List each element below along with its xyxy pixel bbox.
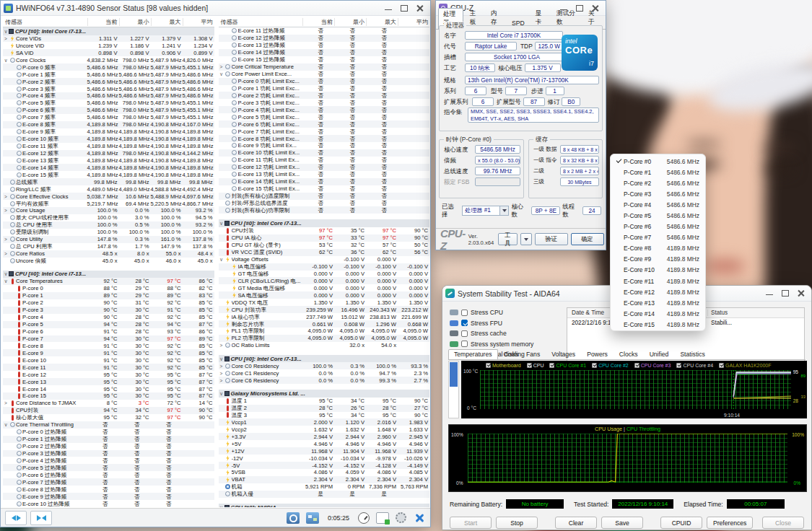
stress-option[interactable]: Stress CPU [450, 307, 567, 318]
sensor-row[interactable]: E-core 14 过热降频否否否 [219, 49, 430, 56]
expander-icon[interactable]: > [219, 63, 224, 70]
column-header[interactable]: 最大 [366, 18, 398, 26]
sensor-row[interactable]: P-core 390 °C30 °C91 °C85 °C [3, 307, 214, 314]
sensor-row[interactable]: E-core 8 频率4,189.8 MHz798.0 MHz4,190.8 M… [3, 121, 214, 128]
sensor-row[interactable]: >Core Usage100.0 %0.0 %100.0 %93.2 % [3, 207, 214, 214]
sensor-row[interactable]: >Core Utility147.8 %0.3 %161.0 %137.8 % [3, 236, 214, 243]
sensor-row[interactable]: GT 电压偏移0.000 V0.000 V0.000 V0.000 V [219, 271, 430, 278]
core-menu-item[interactable]: E-Core #114189.8 MHz [611, 276, 705, 286]
sensor-row[interactable]: E-core 9 频率4,189.8 MHz4,189.8 MHz4,190.8… [3, 128, 214, 136]
chart-scrollbar[interactable] [448, 361, 459, 418]
expander-icon[interactable]: > [219, 363, 224, 369]
sensor-row[interactable]: SA VID0.898 V0.898 V0.906 V0.899 V [3, 49, 214, 56]
sensor-row[interactable]: 平均有效频率5,219.7 MHz69.4 MHz5,220.5 MHz4,86… [3, 200, 214, 207]
sensor-pane-left[interactable]: 传感器当前最小最大平均vCPU [#0]: Intel Core i7-13..… [3, 17, 214, 507]
sensor-row[interactable]: +12V11.968 V11.904 V11.968 V11.939 V [219, 447, 430, 455]
sensor-row[interactable]: P-core 3 频率5,486.6 MHz5,486.6 MHz5,487.9… [3, 85, 214, 92]
sensor-scan-icon[interactable] [287, 512, 300, 524]
sensor-row[interactable]: 5VSB4.086 V4.059 V4.086 V4.085 V [219, 469, 430, 476]
sensor-row[interactable]: P-core 6 过热降频否否否 [3, 471, 214, 478]
ok-button[interactable]: 确定 [571, 233, 604, 245]
column-header[interactable]: 平均 [398, 18, 429, 26]
sensor-row[interactable]: vCore Power Limit Exce...否否否 [219, 71, 430, 78]
sensor-row[interactable]: GT Media 电压偏移0.000 V0.000 V0.000 V0.000 … [219, 284, 430, 291]
core-select-dropdown[interactable]: P-Core #05486.6 MHzP-Core #15486.6 MHzP-… [610, 154, 706, 331]
column-header[interactable]: 平均 [183, 18, 214, 26]
sensor-row[interactable]: E-core 11 功耗 Limit Ex...否否否 [219, 157, 430, 164]
sensor-row[interactable]: P-core 4 过热降频否否否 [3, 457, 214, 464]
sensor-row[interactable]: P-core 1 功耗 Limit Exc...否否否 [219, 85, 430, 92]
sensor-row[interactable]: vCore Temperatures92 °C28 °C97 °C86 °C [3, 278, 214, 285]
sensor-row[interactable]: Vccp12.000 V1.120 V2.016 V1.983 V [219, 418, 430, 426]
sensor-row[interactable]: P-core 1 频率5,486.6 MHz5,486.6 MHz5,487.9… [3, 71, 214, 78]
sensor-row[interactable]: P-core 6 频率5,486.6 MHz798.0 MHz5,487.9 M… [3, 107, 214, 114]
sensor-row[interactable]: E-core 12 功耗 Limit Ex...否否否 [219, 164, 430, 171]
sensor-row[interactable]: P-core 0 过热降频否否否 [3, 429, 214, 436]
sensor-row[interactable]: P-core 088 °C29 °C88 °C82 °C [3, 285, 214, 292]
core-menu-item[interactable]: E-Core #94189.8 MHz [611, 254, 705, 265]
core-menu-item[interactable]: E-Core #134189.8 MHz [611, 297, 705, 308]
sensor-row[interactable]: CPU封装97 °C35 °C97 °C90 °C [219, 227, 430, 234]
sensor-row[interactable]: vCore Clocks4,838.2 MHz798.0 MHz5,487.9 … [3, 56, 214, 63]
sensor-row[interactable]: >Core VIDs1.311 V1.227 V1.379 V1.308 V [3, 35, 214, 43]
sensor-row[interactable]: VDDQ TX 电压1.350 V1.350 V1.350 V1.350 V [219, 299, 430, 306]
checkbox[interactable] [461, 341, 468, 347]
sensor-row[interactable]: P-core 490 °C28 °C92 °C85 °C [3, 314, 214, 321]
sensor-row[interactable]: P-core 691 °C28 °C93 °C86 °C [3, 328, 214, 335]
sensor-row[interactable]: P-core 4 功耗 Limit Exc...否否否 [219, 106, 430, 113]
stress-option[interactable]: Stress cache [450, 328, 567, 339]
sensor-row[interactable]: E-core 11 过热降频否否否 [219, 27, 430, 35]
tools-dropdown-button[interactable] [520, 233, 532, 245]
processor-select[interactable]: 处理器 #1 [462, 206, 510, 216]
sensor-row[interactable]: 剩余芯片功率0.661 W0.608 W1.296 W0.668 W [219, 320, 430, 328]
sensor-row[interactable]: 总线频率99.8 MHz99.8 MHz99.8 MHz99.8 MHz [3, 178, 214, 185]
collapse-arrow-icon[interactable]: v [3, 29, 9, 34]
sensor-row[interactable]: 封装(所有核心)功率限制否否否 [219, 206, 430, 214]
sensor-row[interactable]: -5V-4.152 V-4.152 V-4.128 V-4.149 V [219, 462, 430, 469]
minimize-icon[interactable] [384, 4, 393, 12]
sensor-row[interactable]: E-core 8 过热降频否否否 [3, 486, 214, 493]
sensor-row[interactable]: E-core 14 功耗 Limit Ex...否否否 [219, 178, 430, 185]
legend-checkbox[interactable] [676, 363, 681, 368]
tab-unified[interactable]: Unified [644, 349, 675, 359]
expander-icon[interactable]: > [3, 193, 9, 200]
checkbox[interactable] [461, 310, 468, 316]
sensor-row[interactable]: 封装/环形总线临界温度否否否 [219, 200, 430, 207]
sensor-row[interactable]: 总 CPU 使用率100.0 %0.5 %100.0 %93.2 % [3, 221, 214, 229]
tab-clocks[interactable]: Clocks [614, 349, 644, 359]
sensor-row[interactable]: vVoltage Offsets-0.100 V0.000 V [219, 256, 430, 263]
expander-icon[interactable]: > [3, 236, 9, 242]
sensor-row[interactable]: CPU封装94 °C34 °C97 °C90 °C [3, 407, 214, 414]
collapse-arrow-icon[interactable]: v [219, 391, 224, 396]
sensor-row[interactable]: E-core 15 频率4,189.8 MHz4,189.8 MHz4,190.… [3, 171, 214, 178]
sensor-row[interactable]: Ring/LLC 频率4,489.0 MHz4,489.0 MHz4,588.8… [3, 185, 214, 193]
core-menu-item[interactable]: P-Core #45486.6 MHz [611, 199, 705, 210]
core-menu-item[interactable]: E-Core #144189.8 MHz [611, 308, 705, 319]
sensor-group-header[interactable]: vCPU [#0]: Intel Core i7-13... [219, 355, 430, 363]
sensor-row[interactable]: >Core Ratios48.5 x8.0 x55.0 x48.4 x [3, 250, 214, 258]
sensor-row[interactable]: P-core 2 功耗 Limit Exc...否否否 [219, 92, 430, 99]
close-icon[interactable] [591, 4, 600, 12]
minimize-icon[interactable] [765, 289, 774, 297]
sensor-row[interactable]: P-core 5 过热降频否否否 [3, 464, 214, 471]
tab-statistics[interactable]: Statistics [674, 349, 710, 359]
sensor-row[interactable]: P-core 5 频率5,486.6 MHz798.0 MHz5,487.9 M… [3, 100, 214, 107]
sensor-row[interactable]: E-core 8 功耗 Limit Exc...否否否 [219, 135, 430, 142]
sensor-group-header[interactable]: vCPU [#0]: Intel Core i7-13... [3, 271, 214, 278]
legend-checkbox[interactable] [549, 363, 554, 368]
column-header[interactable]: 当前 [87, 18, 119, 26]
sensor-row[interactable]: CPU GT 核心 (显卡)53 °C32 °C57 °C50 °C [219, 242, 430, 249]
expander-icon[interactable]: > [219, 370, 224, 377]
column-header[interactable]: 最小 [119, 18, 151, 26]
sensor-row[interactable]: P-core 7 过热降频否否否 [3, 478, 214, 486]
collapse-arrow-icon[interactable]: v [219, 221, 224, 226]
legend-checkbox[interactable] [592, 363, 597, 368]
expander-icon[interactable]: v [3, 421, 9, 428]
sensor-group-header[interactable]: vGalaxy Microsystems Ltd. ... [219, 390, 430, 398]
sensor-row[interactable]: +3.3V2.944 V2.944 V2.960 V2.945 V [219, 433, 430, 440]
sensor-row[interactable]: E-core 1495 °C30 °C95 °C87 °C [3, 385, 214, 392]
sensor-row[interactable]: E-core 10 过热降频否否否 [3, 500, 214, 507]
expand-columns-button[interactable] [5, 511, 27, 525]
close-icon[interactable] [416, 4, 424, 12]
chart-scrollbar-thumb[interactable] [450, 362, 458, 387]
